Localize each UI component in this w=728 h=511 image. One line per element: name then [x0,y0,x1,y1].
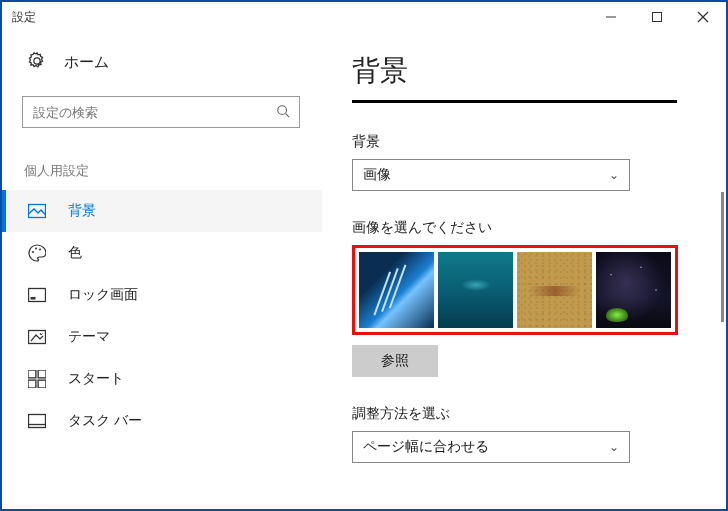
svg-rect-16 [38,380,46,388]
sidebar-item-lockscreen[interactable]: ロック画面 [2,274,322,316]
svg-point-9 [39,249,41,251]
sidebar-category: 個人用設定 [2,136,322,190]
svg-rect-12 [29,331,46,344]
sidebar-item-label: ロック画面 [68,286,138,304]
sidebar-item-label: スタート [68,370,124,388]
sidebar-item-label: テーマ [68,328,110,346]
scrollbar-thumb[interactable] [721,192,724,322]
wallpaper-thumb-4[interactable] [596,252,671,328]
maximize-button[interactable] [634,2,680,32]
main-panel: 背景 背景 画像 ⌄ 画像を選んでください 参照 調整方法を選ぶ ページ幅に合わ… [322,32,726,509]
image-icon [28,202,46,220]
choose-image-label: 画像を選んでください [352,219,702,237]
svg-point-8 [35,248,37,250]
svg-rect-15 [28,380,36,388]
sidebar-item-label: タスク バー [68,412,142,430]
lockscreen-icon [28,286,46,304]
close-icon [697,11,709,23]
background-section-label: 背景 [352,133,702,151]
sidebar-item-taskbar[interactable]: タスク バー [2,400,322,442]
wallpaper-thumb-3[interactable] [517,252,592,328]
search-input[interactable] [22,96,300,128]
sidebar-item-colors[interactable]: 色 [2,232,322,274]
fit-select-value: ページ幅に合わせる [363,438,489,456]
settings-window: 設定 ホーム [0,0,728,511]
sidebar-item-themes[interactable]: テーマ [2,316,322,358]
background-type-value: 画像 [363,166,391,184]
svg-rect-1 [653,13,662,22]
page-title: 背景 [352,52,702,90]
svg-rect-10 [29,289,46,302]
search-wrap [2,84,322,136]
window-title: 設定 [12,9,588,26]
window-controls [588,2,726,32]
sidebar-item-start[interactable]: スタート [2,358,322,400]
themes-icon [28,328,46,346]
titlebar: 設定 [2,2,726,32]
maximize-icon [651,11,663,23]
gear-icon [28,52,46,73]
svg-rect-11 [31,297,36,300]
sidebar-item-label: 色 [68,244,82,262]
content-area: ホーム 個人用設定 背景 [2,32,726,509]
browse-button[interactable]: 参照 [352,345,438,377]
minimize-icon [605,11,617,23]
sidebar: ホーム 個人用設定 背景 [2,32,322,509]
chevron-down-icon: ⌄ [609,168,619,182]
wallpaper-thumb-2[interactable] [438,252,513,328]
wallpaper-thumb-1[interactable] [359,252,434,328]
background-type-select[interactable]: 画像 ⌄ [352,159,630,191]
start-icon [28,370,46,388]
svg-rect-17 [29,415,46,428]
sidebar-item-background[interactable]: 背景 [2,190,322,232]
close-button[interactable] [680,2,726,32]
home-link[interactable]: ホーム [2,40,322,84]
svg-point-7 [32,251,34,253]
fit-select[interactable]: ページ幅に合わせる ⌄ [352,431,630,463]
fit-section-label: 調整方法を選ぶ [352,405,702,423]
title-divider [352,100,677,103]
svg-rect-13 [28,370,36,378]
taskbar-icon [28,412,46,430]
recent-images-highlight [352,245,678,335]
sidebar-item-label: 背景 [68,202,96,220]
minimize-button[interactable] [588,2,634,32]
home-label: ホーム [64,53,109,72]
palette-icon [28,244,46,262]
chevron-down-icon: ⌄ [609,440,619,454]
svg-rect-14 [38,370,46,378]
